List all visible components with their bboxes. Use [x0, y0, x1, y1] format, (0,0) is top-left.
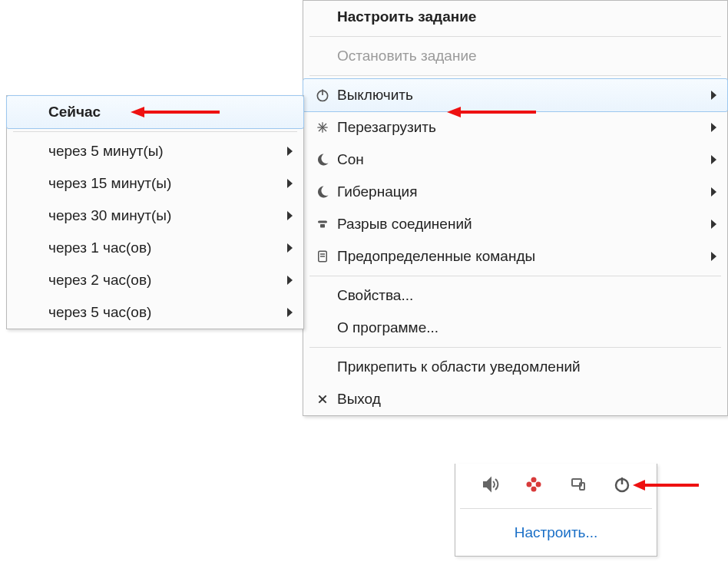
menu-item-label: Остановить задание [334, 48, 703, 64]
menu-item-sleep[interactable]: Сон [303, 144, 727, 176]
submenu-arrow-icon [279, 276, 293, 285]
submenu-arrow-icon [279, 179, 293, 188]
separator [309, 36, 721, 37]
menu-item-restart[interactable]: Перезагрузить [303, 111, 727, 144]
submenu-arrow-icon [703, 123, 716, 132]
menu-item-label: Сейчас [45, 104, 279, 121]
menu-item-label: через 30 минут(ы) [45, 207, 279, 224]
device-icon[interactable] [569, 475, 587, 497]
menu-item-label: Предопределенные команды [334, 248, 703, 265]
menu-item-label: Выход [334, 391, 703, 408]
menu-item-label: Гибернация [334, 183, 703, 200]
menu-item-label: Выключить [334, 87, 703, 104]
menu-item-label: через 2 час(ов) [45, 272, 279, 289]
menu-item-label: Прикрепить к области уведомлений [334, 358, 703, 375]
link-label: Настроить... [515, 524, 598, 541]
moon-icon [311, 153, 334, 167]
submenu-arrow-icon [279, 243, 293, 253]
svg-rect-7 [320, 224, 325, 228]
power-icon [311, 88, 334, 103]
restart-icon [311, 120, 334, 135]
submenu-arrow-icon [279, 211, 293, 220]
separator [309, 75, 721, 76]
power-tray-icon[interactable] [613, 475, 631, 497]
script-icon [311, 249, 334, 263]
submenu-arrow-icon [279, 308, 293, 317]
menu-item-predefined[interactable]: Предопределенные команды [303, 240, 727, 273]
svg-point-15 [531, 486, 537, 491]
menu-item-label: через 15 минут(ы) [45, 175, 279, 192]
separator [309, 347, 721, 348]
tray-popup: Настроить... [455, 464, 657, 557]
submenu-arrow-icon [703, 91, 716, 100]
submenu-arrow-icon [703, 220, 716, 229]
submenu-item-2h[interactable]: через 2 час(ов) [7, 264, 303, 296]
close-icon [311, 393, 334, 405]
context-menu: Настроить задание Остановить задание Вык… [303, 0, 728, 416]
submenu-item-5min[interactable]: через 5 минут(ы) [7, 135, 303, 167]
menu-item-label: Сон [334, 151, 703, 168]
submenu-item-now[interactable]: Сейчас [6, 95, 304, 129]
menu-item-label: через 5 минут(ы) [45, 143, 279, 160]
submenu-arrow-icon [279, 147, 293, 156]
submenu-time-delay: Сейчас через 5 минут(ы) через 15 минут(ы… [6, 95, 304, 329]
menu-item-label: Настроить задание [334, 8, 703, 25]
svg-point-16 [527, 481, 532, 487]
menu-item-properties[interactable]: Свойства... [303, 279, 727, 312]
submenu-arrow-icon [703, 155, 716, 164]
svg-marker-13 [484, 478, 491, 491]
tray-icons-row [455, 464, 657, 508]
submenu-item-5h[interactable]: через 5 час(ов) [7, 296, 303, 329]
menu-item-about[interactable]: О программе... [303, 312, 727, 344]
menu-item-disconnect[interactable]: Разрыв соединений [303, 208, 727, 240]
submenu-arrow-icon [703, 187, 716, 197]
menu-item-exit[interactable]: Выход [303, 383, 727, 415]
flower-icon[interactable] [524, 475, 543, 497]
svg-point-18 [532, 482, 536, 486]
menu-item-hibernate[interactable]: Гибернация [303, 176, 727, 208]
menu-item-label: Свойства... [334, 287, 703, 304]
menu-item-stop-task: Остановить задание [303, 40, 727, 72]
submenu-item-30min[interactable]: через 30 минут(ы) [7, 200, 303, 232]
menu-item-label: О программе... [334, 319, 703, 336]
menu-item-label: через 1 час(ов) [45, 240, 279, 256]
menu-item-label: Перезагрузить [334, 119, 703, 136]
menu-item-shutdown[interactable]: Выключить [303, 78, 728, 112]
separator [309, 276, 721, 276]
svg-point-14 [531, 477, 537, 482]
submenu-item-1h[interactable]: через 1 час(ов) [7, 232, 303, 264]
separator [13, 131, 297, 132]
phone-icon [311, 217, 334, 231]
submenu-arrow-icon [703, 252, 716, 261]
tray-customize-link[interactable]: Настроить... [455, 509, 657, 556]
menu-item-pin[interactable]: Прикрепить к области уведомлений [303, 351, 727, 383]
volume-icon[interactable] [481, 475, 499, 497]
svg-rect-6 [318, 221, 327, 223]
menu-item-label: через 5 час(ов) [45, 304, 279, 321]
menu-item-configure-task[interactable]: Настроить задание [303, 1, 727, 33]
moon-icon [311, 185, 334, 199]
menu-item-label: Разрыв соединений [334, 216, 703, 233]
submenu-item-15min[interactable]: через 15 минут(ы) [7, 167, 303, 200]
svg-point-17 [536, 481, 541, 487]
